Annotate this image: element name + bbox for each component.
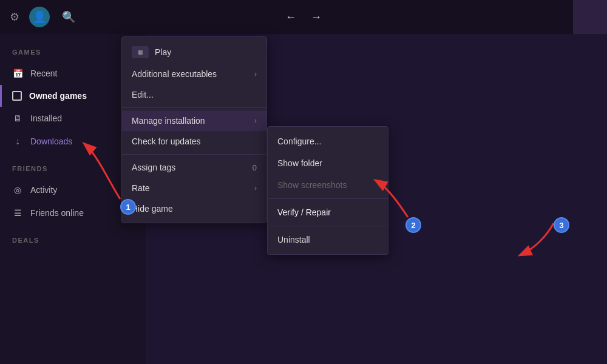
menu-label: Hide game: [132, 204, 173, 214]
sub-context-menu: Configure... Show folder Show screenshot…: [267, 126, 388, 255]
menu-item-edit[interactable]: Edit...: [122, 84, 266, 105]
sub-menu-item-show-folder[interactable]: Show folder: [268, 152, 388, 174]
menu-item-hide-game[interactable]: Hide game: [122, 198, 266, 219]
menu-item-rate[interactable]: Rate ›: [122, 178, 266, 198]
annotation-2: 2: [405, 217, 421, 233]
sub-menu-item-configure[interactable]: Configure...: [268, 130, 388, 152]
menu-item-assign-tags[interactable]: Assign tags 0: [122, 157, 266, 178]
sidebar-item-label: Friends online: [30, 208, 84, 218]
sub-menu-item-verify-repair[interactable]: Verify / Repair: [268, 201, 388, 223]
tag-count: 0: [253, 163, 257, 172]
chevron-icon: ›: [254, 184, 257, 192]
menu-item-play[interactable]: ▦ Play: [122, 41, 266, 64]
activity-icon: ◎: [12, 184, 23, 195]
primary-context-menu: ▦ Play Additional executables › Edit... …: [121, 36, 267, 223]
sub-menu-divider-1: [268, 198, 388, 199]
topbar-right-panel: [573, 0, 607, 34]
menu-divider-1: [122, 107, 266, 108]
sidebar-item-label: Owned games: [29, 91, 87, 101]
menu-item-additional-executables[interactable]: Additional executables ›: [122, 64, 266, 84]
sub-menu-label: Configure...: [277, 136, 321, 146]
annotation-3: 3: [554, 217, 569, 233]
sub-menu-label: Show screenshots: [277, 180, 347, 190]
menu-item-manage-installation[interactable]: Manage installation ›: [122, 110, 266, 131]
menu-item-check-updates[interactable]: Check for updates: [122, 131, 266, 152]
deals-section-label: DEALS: [0, 237, 146, 250]
settings-icon[interactable]: ⚙: [10, 10, 19, 24]
menu-label: Check for updates: [132, 136, 201, 146]
annotation-1: 1: [120, 199, 136, 215]
search-icon[interactable]: 🔍: [62, 10, 75, 24]
sub-menu-label: Uninstall: [277, 235, 310, 244]
chevron-icon: ›: [254, 70, 257, 78]
menu-label: Manage installation: [132, 116, 205, 126]
sidebar-item-label: Downloads: [30, 136, 72, 146]
chevron-icon: ›: [254, 116, 257, 125]
play-icon: ▦: [132, 46, 149, 58]
menu-label: Additional executables: [132, 69, 217, 79]
sidebar-item-label: Installed: [30, 113, 62, 123]
menu-label: Play: [155, 47, 171, 57]
installed-icon: 🖥: [12, 113, 23, 124]
friends-online-icon: ☰: [12, 207, 23, 218]
topbar-nav: ← →: [280, 8, 327, 26]
nav-forward-arrow[interactable]: →: [306, 8, 327, 26]
menu-label: Assign tags: [132, 163, 175, 172]
sidebar-item-label: Activity: [30, 185, 57, 195]
topbar: ⚙ 👤 🔍 ← →: [0, 0, 607, 34]
sub-menu-label: Verify / Repair: [277, 207, 331, 217]
menu-label: Rate: [132, 183, 150, 193]
owned-games-icon: [12, 91, 22, 101]
context-menu-wrapper: ▦ Play Additional executables › Edit... …: [121, 36, 267, 223]
sidebar-item-label: Recent: [30, 69, 57, 78]
sub-menu-item-uninstall[interactable]: Uninstall: [268, 229, 388, 251]
sub-menu-item-show-screenshots: Show screenshots: [268, 174, 388, 196]
nav-back-arrow[interactable]: ←: [280, 8, 301, 26]
sub-menu-divider-2: [268, 226, 388, 226]
recent-icon: 📅: [12, 68, 23, 79]
menu-label: Edit...: [132, 90, 154, 99]
profile-icon[interactable]: 👤: [29, 7, 50, 27]
sub-menu-label: Show folder: [277, 158, 322, 168]
menu-divider-2: [122, 154, 266, 155]
downloads-icon: ↓: [12, 136, 23, 147]
